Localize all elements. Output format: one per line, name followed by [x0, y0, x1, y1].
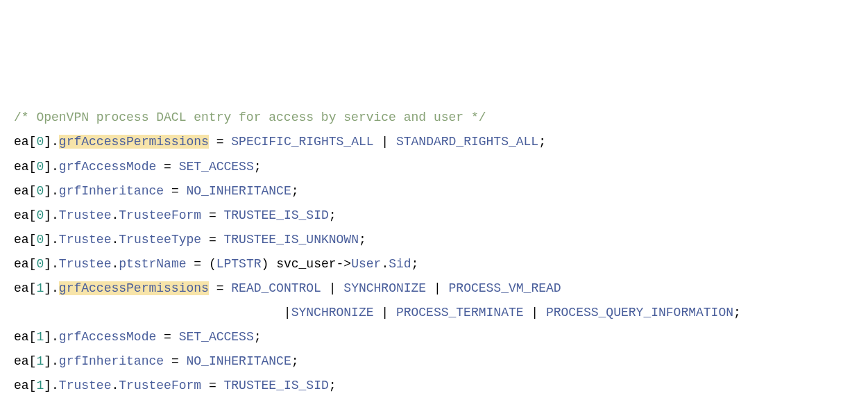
bracket: [	[29, 379, 37, 392]
assign: =	[201, 379, 223, 392]
dot: .	[111, 208, 119, 222]
constant: TRUSTEE_IS_UNKNOWN	[224, 233, 359, 247]
dot: .	[111, 379, 119, 392]
pipe: |	[426, 281, 448, 295]
pipe: |	[524, 306, 546, 320]
bracket-dot: ].	[44, 233, 59, 247]
bracket-dot: ].	[44, 257, 59, 271]
bracket-dot: ].	[44, 208, 59, 222]
bracket: [	[29, 184, 37, 198]
token: ) svc_user->	[262, 257, 352, 271]
highlighted-identifier: grfAccessPermissions	[59, 135, 209, 149]
number: 0	[36, 135, 44, 149]
constant: SYNCHRONIZE	[291, 306, 374, 320]
token: ea	[14, 379, 29, 392]
identifier: grfInheritance	[59, 354, 164, 368]
code-line: ea[0].Trustee.ptstrName = (LPTSTR) svc_u…	[14, 257, 418, 271]
token: ea	[14, 257, 29, 271]
semicolon: ;	[329, 379, 337, 392]
token: ea	[14, 281, 29, 295]
code-line: ea[0].Trustee.TrusteeForm = TRUSTEE_IS_S…	[14, 208, 337, 222]
constant: SET_ACCESS	[179, 160, 254, 174]
number: 1	[36, 330, 44, 344]
bracket: [	[29, 160, 37, 174]
identifier: Trustee	[59, 208, 112, 222]
semicolon: ;	[538, 135, 546, 149]
assign: =	[156, 160, 178, 174]
identifier: grfAccessMode	[59, 160, 156, 174]
code-line: ea[1].Trustee.TrusteeForm = TRUSTEE_IS_S…	[14, 379, 337, 392]
semicolon: ;	[291, 354, 299, 368]
token: ea	[14, 354, 29, 368]
semicolon: ;	[411, 257, 419, 271]
dot: .	[111, 233, 119, 247]
assign: =	[164, 354, 186, 368]
constant: STANDARD_RIGHTS_ALL	[396, 135, 538, 149]
constant: TRUSTEE_IS_SID	[224, 379, 329, 392]
bracket-dot: ].	[44, 160, 59, 174]
constant: PROCESS_VM_READ	[449, 281, 561, 295]
identifier: Trustee	[59, 379, 112, 392]
semicolon: ;	[254, 330, 262, 344]
constant: SYNCHRONIZE	[343, 281, 426, 295]
semicolon: ;	[329, 208, 337, 222]
assign: =	[209, 135, 231, 149]
bracket-dot: ].	[44, 281, 59, 295]
token: ea	[14, 184, 29, 198]
token: ea	[14, 233, 29, 247]
identifier: grfInheritance	[59, 184, 164, 198]
bracket-dot: ].	[44, 135, 59, 149]
assign: =	[156, 330, 178, 344]
pipe: |	[374, 135, 396, 149]
constant: READ_CONTROL	[231, 281, 321, 295]
semicolon: ;	[291, 184, 299, 198]
assign: =	[164, 184, 186, 198]
assign: =	[201, 208, 223, 222]
bracket: [	[29, 257, 37, 271]
number: 1	[36, 354, 44, 368]
number: 1	[36, 281, 44, 295]
code-line: ea[0].Trustee.TrusteeType = TRUSTEE_IS_U…	[14, 233, 366, 247]
bracket: [	[29, 330, 37, 344]
identifier: grfAccessMode	[59, 330, 156, 344]
highlighted-identifier: grfAccessPermissions	[59, 281, 209, 295]
constant: PROCESS_QUERY_INFORMATION	[546, 306, 733, 320]
number: 0	[36, 233, 44, 247]
constant: TRUSTEE_IS_SID	[224, 208, 329, 222]
number: 0	[36, 184, 44, 198]
bracket: [	[29, 208, 37, 222]
type: LPTSTR	[216, 257, 262, 271]
code-line: ea[0].grfAccessPermissions = SPECIFIC_RI…	[14, 135, 546, 149]
token: ea	[14, 160, 29, 174]
constant: SPECIFIC_RIGHTS_ALL	[231, 135, 373, 149]
token: ea	[14, 135, 29, 149]
identifier: TrusteeForm	[119, 379, 201, 392]
assign: =	[201, 233, 223, 247]
semicolon: ;	[733, 306, 741, 320]
identifier: TrusteeForm	[119, 208, 201, 222]
constant: SET_ACCESS	[179, 330, 254, 344]
code-line: ea[1].grfInheritance = NO_INHERITANCE;	[14, 354, 299, 368]
constant: NO_INHERITANCE	[186, 354, 291, 368]
pipe: |	[374, 306, 396, 320]
comment-text: /* OpenVPN process DACL entry for access…	[14, 110, 486, 124]
identifier: TrusteeType	[119, 233, 201, 247]
bracket-dot: ].	[44, 354, 59, 368]
assign: =	[209, 281, 231, 295]
number: 0	[36, 160, 44, 174]
token: ea	[14, 330, 29, 344]
identifier: User	[351, 257, 381, 271]
code-line: |SYNCHRONIZE | PROCESS_TERMINATE | PROCE…	[14, 306, 741, 320]
semicolon: ;	[359, 233, 366, 247]
bracket-dot: ].	[44, 330, 59, 344]
constant: NO_INHERITANCE	[186, 184, 291, 198]
dot: .	[381, 257, 389, 271]
code-line: ea[0].grfAccessMode = SET_ACCESS;	[14, 160, 262, 174]
number: 0	[36, 257, 44, 271]
semicolon: ;	[254, 160, 262, 174]
code-line: ea[0].grfInheritance = NO_INHERITANCE;	[14, 184, 299, 198]
identifier: Trustee	[59, 257, 112, 271]
identifier: Trustee	[59, 233, 112, 247]
bracket: [	[29, 233, 37, 247]
bracket-dot: ].	[44, 379, 59, 392]
